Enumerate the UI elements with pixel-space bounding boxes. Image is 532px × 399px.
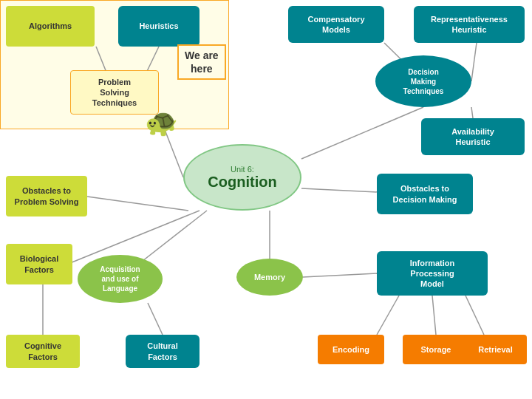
svg-line-12 xyxy=(303,273,377,277)
node-availability[interactable]: Availability Heuristic xyxy=(421,118,525,155)
node-memory[interactable]: Memory xyxy=(236,259,303,296)
node-cognitive[interactable]: Cognitive Factors xyxy=(6,335,80,368)
node-representativeness[interactable]: Representativeness Heuristic xyxy=(414,6,525,43)
svg-line-17 xyxy=(148,303,163,335)
unit-label: Unit 6: xyxy=(231,165,254,174)
svg-line-10 xyxy=(471,107,473,118)
we-are-here-label: We arehere xyxy=(177,44,226,80)
node-encoding[interactable]: Encoding xyxy=(318,335,384,364)
node-acquisition[interactable]: Acquisition and use of Language xyxy=(78,255,163,303)
node-obstacles-problem[interactable]: Obstacles to Problem Solving xyxy=(6,176,87,216)
turtle-icon: 🐢 xyxy=(145,107,178,138)
svg-line-1 xyxy=(87,197,188,211)
svg-line-13 xyxy=(377,296,399,335)
node-info-processing[interactable]: Information Processing Model xyxy=(377,251,488,296)
node-compensatory[interactable]: Compensatory Models xyxy=(288,6,384,43)
svg-line-14 xyxy=(432,296,436,335)
node-obstacles-decision[interactable]: Obstacles to Decision Making xyxy=(377,174,473,214)
node-heuristics[interactable]: Heuristics xyxy=(118,6,200,47)
node-retrieval[interactable]: Retrieval xyxy=(464,335,527,364)
svg-line-2 xyxy=(301,107,423,159)
mind-map: Unit 6: Cognition 🐢 We arehere Algorithm… xyxy=(0,0,532,399)
node-cultural[interactable]: Cultural Factors xyxy=(126,335,200,368)
unit-title: Cognition xyxy=(208,174,276,191)
node-storage[interactable]: Storage xyxy=(403,335,469,364)
node-algorithms[interactable]: Algorithms xyxy=(6,6,95,47)
node-biological[interactable]: Biological Factors xyxy=(6,244,72,284)
center-node: Unit 6: Cognition xyxy=(183,144,301,211)
node-decision-making[interactable]: Decision Making Techniques xyxy=(375,55,471,107)
svg-line-15 xyxy=(466,296,484,335)
svg-line-9 xyxy=(471,43,477,81)
